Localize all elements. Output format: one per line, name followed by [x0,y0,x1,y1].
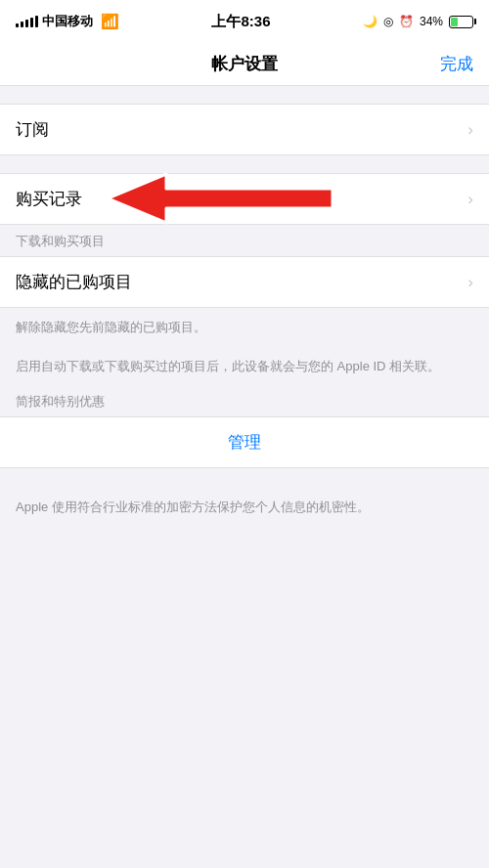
manage-section[interactable]: 管理 [0,416,489,468]
done-button[interactable]: 完成 [440,53,473,75]
alarm-icon: ⏰ [399,15,414,28]
status-time: 上午8:36 [211,13,270,31]
signal-bar-3 [25,20,28,27]
hidden-purchases-label: 隐藏的已购项目 [16,271,132,293]
subscriptions-label: 订阅 [16,118,49,141]
apple-info-section: Apple 使用符合行业标准的加密方法保护您个人信息的机密性。 [0,486,489,530]
moon-icon: 🌙 [363,15,378,28]
location-icon: ◎ [383,15,393,28]
status-left: 中国移动 📶 [16,13,119,30]
purchase-history-section: 购买记录 › [0,173,489,225]
section-gap-2 [0,155,489,173]
status-bar: 中国移动 📶 上午8:36 🌙 ◎ ⏰ 34% [0,0,489,43]
hidden-description-text: 解除隐藏您先前隐藏的已购项目。 [16,320,206,334]
purchase-history-item[interactable]: 购买记录 › [0,174,489,224]
battery-icon [449,16,473,28]
signal-bar-4 [30,18,33,27]
newsletter-section-label: 简报和特别优惠 [0,385,489,416]
signal-bar-5 [35,16,38,27]
subscriptions-chevron: › [467,120,473,140]
nav-bar: 帐户设置 完成 [0,43,489,86]
carrier-name: 中国移动 [42,13,93,30]
manage-button[interactable]: 管理 [228,431,261,454]
status-right: 🌙 ◎ ⏰ 34% [363,15,473,28]
download-label-text: 下载和购买项目 [16,234,105,248]
battery-fill [451,18,458,26]
hidden-purchases-section: 隐藏的已购项目 › [0,256,489,308]
hidden-purchases-description: 解除隐藏您先前隐藏的已购项目。 [0,308,489,347]
subscriptions-item[interactable]: 订阅 › [0,105,489,154]
section-gap-1 [0,86,489,104]
hidden-purchases-item[interactable]: 隐藏的已购项目 › [0,257,489,307]
apple-info-text: Apple 使用符合行业标准的加密方法保护您个人信息的机密性。 [16,499,370,514]
hidden-purchases-chevron: › [467,273,473,292]
newsletter-label-text: 简报和特别优惠 [16,394,105,409]
section-gap-3 [0,468,489,486]
subscriptions-section: 订阅 › [0,104,489,155]
nav-title: 帐户设置 [211,53,278,75]
auto-download-text: 启用自动下载或下载购买过的项目后，此设备就会与您的 Apple ID 相关联。 [16,359,440,373]
download-section-label: 下载和购买项目 [0,225,489,256]
signal-bar-1 [16,23,19,27]
wifi-icon: 📶 [101,13,119,30]
signal-bar-2 [21,22,23,27]
purchase-history-chevron: › [467,190,473,209]
purchase-history-label: 购买记录 [16,188,82,210]
signal-bars [16,16,38,27]
battery-percent: 34% [420,15,443,28]
auto-download-info: 启用自动下载或下载购买过的项目后，此设备就会与您的 Apple ID 相关联。 [0,347,489,386]
